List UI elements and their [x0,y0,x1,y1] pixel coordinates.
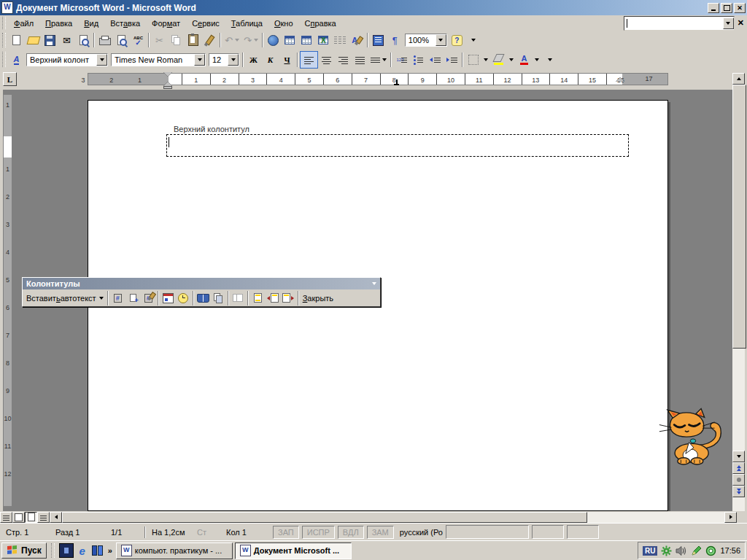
vertical-ruler[interactable]: 1 123456789101112 [3,94,12,507]
formatting-toolbar-options-button[interactable] [541,52,558,68]
font-combobox[interactable]: Times New Roman [111,53,206,66]
print-button[interactable] [96,32,113,48]
open-button[interactable] [25,32,42,48]
underline-button[interactable]: Ч [279,52,295,68]
next-page-button[interactable] [732,486,745,497]
new-document-button[interactable] [8,32,25,48]
insert-number-of-pages-button[interactable]: + [125,290,141,306]
scroll-left-button[interactable] [50,512,62,523]
highlight-dropdown[interactable] [507,52,516,68]
font-dropdown[interactable] [194,54,205,66]
insert-time-button[interactable] [176,290,191,306]
undo-dropdown-icon[interactable] [235,39,239,42]
status-flag[interactable]: ЗАП [273,526,299,539]
font-size-combobox[interactable]: 12 [209,53,239,66]
show-hide-document-text-button[interactable] [211,290,226,306]
menu-tools[interactable]: Сервис [186,17,225,30]
close-header-footer-button[interactable]: Закрыть [301,290,336,306]
tray-pencil-icon[interactable] [691,545,702,556]
insert-table-button[interactable] [298,32,315,48]
select-browse-object-button[interactable] [732,474,745,486]
previous-page-button[interactable] [732,462,745,474]
tray-ring-icon[interactable] [705,545,716,556]
status-flag[interactable]: ВДЛ [338,526,364,539]
menu-table[interactable]: Таблица [225,17,268,30]
redo-dropdown-icon[interactable] [254,39,258,42]
show-next-button[interactable] [281,290,296,306]
borders-button[interactable] [465,52,481,68]
volume-icon[interactable] [676,545,687,556]
insert-hyperlink-button[interactable] [265,32,282,48]
scroll-right-button[interactable] [724,512,737,523]
quicklaunch-grip[interactable] [51,543,55,559]
help-button[interactable]: ? [449,32,465,48]
save-button[interactable] [42,32,58,48]
hf-toolbar-titlebar[interactable]: Колонтитулы [23,278,380,289]
vscroll-thumb[interactable] [732,85,746,349]
align-left-button[interactable] [300,51,318,69]
print-layout-view-button[interactable] [25,512,37,523]
menu-grip[interactable] [2,17,6,29]
minimize-button[interactable] [708,3,719,13]
menu-file[interactable]: Файл [8,17,39,30]
quicklaunch-icon-3[interactable] [91,544,104,557]
style-dropdown[interactable] [96,54,107,66]
borders-dropdown[interactable] [481,52,490,68]
align-right-button[interactable] [335,52,352,68]
menu-edit[interactable]: Правка [39,17,78,30]
page-setup-button[interactable] [196,290,211,306]
decrease-indent-button[interactable] [427,52,444,68]
internet-explorer-icon[interactable]: e [76,544,89,557]
format-painter-button[interactable] [201,32,218,48]
search-button[interactable] [75,32,92,48]
hf-toolbar-menu-icon[interactable] [372,282,376,285]
outline-view-button[interactable] [37,512,50,523]
menu-help[interactable]: Справка [299,17,342,30]
insert-excel-button[interactable]: X [315,32,332,48]
zoom-dropdown[interactable] [436,34,446,46]
show-previous-button[interactable] [266,290,281,306]
paste-button[interactable] [185,32,201,48]
redo-button[interactable]: ↷ [241,32,260,48]
language-indicator[interactable]: RU [643,546,657,556]
increase-indent-button[interactable] [444,52,460,68]
start-button[interactable]: Пуск [1,542,47,559]
font-color-button[interactable]: A [516,52,533,68]
status-flag[interactable]: ЗАМ [367,526,394,539]
app-icon[interactable]: W [1,1,13,14]
ask-question-box[interactable] [624,16,735,31]
menu-insert[interactable]: Вставка [104,17,146,30]
web-layout-view-button[interactable] [12,512,25,523]
menu-window[interactable]: Окно [268,17,299,30]
chevron-down-icon[interactable] [382,58,387,61]
menu-format[interactable]: Формат [146,17,186,30]
quicklaunch-chevron[interactable]: » [107,546,114,555]
header-edit-box[interactable] [166,134,629,157]
center-tab-stop[interactable] [394,79,399,85]
insert-autotext-button[interactable]: Вставить автотекст [24,290,106,306]
drawing-button[interactable]: A [349,32,365,48]
tray-clock[interactable]: 17:56 [720,546,740,555]
highlight-button[interactable] [490,52,507,68]
numbered-list-button[interactable]: 123 [393,52,410,68]
toolbar-options-button[interactable] [465,32,482,48]
menubar-close-icon[interactable]: ✕ [738,18,744,28]
question-dropdown[interactable] [723,18,734,29]
tab-selector-button[interactable]: L [3,72,17,86]
menu-view[interactable]: Вид [78,17,104,30]
cut-button[interactable]: ✂ [151,32,168,48]
undo-button[interactable]: ↶ [222,32,241,48]
styles-and-formatting-button[interactable]: A [8,52,25,68]
line-spacing-button[interactable] [368,52,389,68]
copy-button[interactable] [168,32,185,48]
close-button[interactable]: ✕ [734,3,746,13]
zoom-combobox[interactable]: 100% [405,34,447,47]
scroll-up-button[interactable] [732,73,745,85]
vertical-scrollbar[interactable] [732,70,745,511]
show-paragraphs-button[interactable]: ¶ [387,32,403,48]
format-page-number-button[interactable]: # [141,290,156,306]
switch-header-footer-button[interactable] [250,290,266,306]
normal-view-button[interactable] [0,512,12,523]
insert-page-number-button[interactable]: # [110,290,125,306]
align-center-button[interactable] [318,52,335,68]
